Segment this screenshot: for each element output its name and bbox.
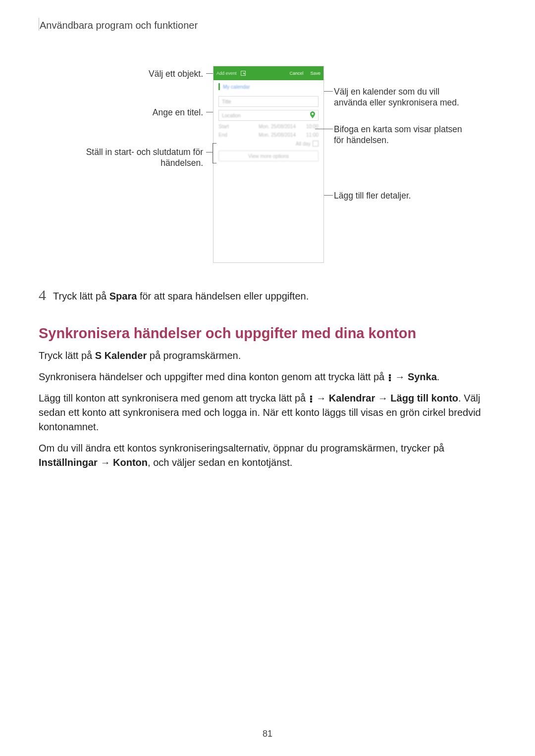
lead-line [213,143,216,144]
bold: S Kalender [95,350,147,361]
view-more-options-button[interactable]: View more options [218,151,319,161]
callout-line1: Ställ in start- och slutdatum för [86,147,203,157]
cancel-button[interactable]: Cancel [289,71,303,76]
title-input[interactable]: Title [218,96,319,107]
paragraph: Om du vill ändra ett kontos synkroniseri… [39,441,499,470]
bold: Spara [109,291,137,302]
chevron-down-icon[interactable] [241,71,246,76]
chapter-title: Användbara program och funktioner [40,20,499,31]
arrow: → [314,393,329,403]
location-input[interactable]: Location [218,110,319,121]
calendar-picker-row[interactable]: My calendar [214,80,323,93]
text: . [458,393,464,403]
text: Om du vill ändra ett kontos synkroniseri… [39,443,444,454]
end-time: 11:00 [300,132,319,138]
paragraph: Tryck lätt på S Kalender på programskärm… [39,349,499,363]
figure: Add event Cancel Save My calendar Title … [39,66,499,274]
lead-line [324,195,333,196]
bold: Inställningar [39,457,98,468]
calendar-name-label: My calendar [223,84,250,90]
bold: Synka [408,371,437,382]
start-date: Mon. 25/08/2014 [241,124,296,129]
arrow: → [98,457,113,468]
callout-set-dates: Ställ in start- och slutdatum för händel… [58,147,203,169]
text: på programskärmen. [147,350,241,361]
end-row[interactable]: End Mon. 25/08/2014 11:00 [218,132,319,138]
callout-line1: Välj en kalender som du vill [334,87,439,97]
arrow: → [392,371,408,382]
text: , och väljer sedan en kontotjänst. [148,457,292,468]
page-number: 81 [0,729,535,739]
save-button[interactable]: Save [310,71,321,76]
arrow: → [375,393,390,403]
lead-line [213,163,216,163]
lead-line [206,152,213,152]
more-menu-icon [310,395,313,403]
add-event-dropdown[interactable]: Add event [216,71,237,76]
lead-line [315,129,333,129]
start-row[interactable]: Start Mon. 25/08/2014 10:00 [218,124,319,129]
text: Synkronisera händelser och uppgifter med… [39,371,387,382]
text: . [437,371,440,382]
step-text: Tryck lätt på Spara för att spara händel… [53,291,309,302]
lead-line [324,91,333,92]
all-day-label: All day [296,141,311,147]
callout-add-details: Lägg till fler detaljer. [334,191,482,202]
calendar-color-icon [218,83,220,90]
callout-enter-title: Ange en titel. [69,107,203,118]
bold: Konton [113,457,148,468]
text: Lägg till konton att synkronisera med ge… [39,393,309,403]
end-date: Mon. 25/08/2014 [241,132,296,138]
step-number: 4 [39,288,46,302]
text: Tryck lätt på [39,350,95,361]
more-menu-icon [388,374,391,382]
lead-line [206,112,213,112]
callout-line1: Bifoga en karta som visar platsen [334,124,462,134]
text: Tryck lätt på [53,291,109,302]
paragraph: Synkronisera händelser och uppgifter med… [39,370,499,384]
callout-attach-map: Bifoga en karta som visar platsen för hä… [334,124,502,146]
phone-toolbar: Add event Cancel Save [214,66,323,80]
map-pin-icon[interactable] [310,111,315,120]
callout-line2: händelsen. [160,158,203,168]
all-day-checkbox[interactable] [313,141,319,147]
text: för att spara händelsen eller uppgiften. [137,291,309,302]
title-placeholder: Title [222,99,231,104]
callout-line2: använda eller synkronisera med. [334,98,459,107]
location-placeholder: Location [222,113,241,118]
section-heading: Synkronisera händelser och uppgifter med… [39,325,499,342]
lead-line [213,143,213,163]
step-4: 4 Tryck lätt på Spara för att spara händ… [39,288,499,302]
end-label: End [218,132,237,138]
callout-choose-calendar: Välj en kalender som du vill använda ell… [334,87,502,108]
bold: Lägg till konto [390,393,458,403]
lead-line [206,73,213,74]
start-label: Start [218,124,237,129]
phone-mock: Add event Cancel Save My calendar Title … [213,66,324,263]
all-day-row[interactable]: All day [218,141,319,147]
callout-line2: för händelsen. [334,135,389,145]
paragraph: Lägg till konton att synkronisera med ge… [39,391,499,434]
callout-select-object: Välj ett objekt. [69,69,203,80]
bold: Kalendrar [329,393,375,403]
